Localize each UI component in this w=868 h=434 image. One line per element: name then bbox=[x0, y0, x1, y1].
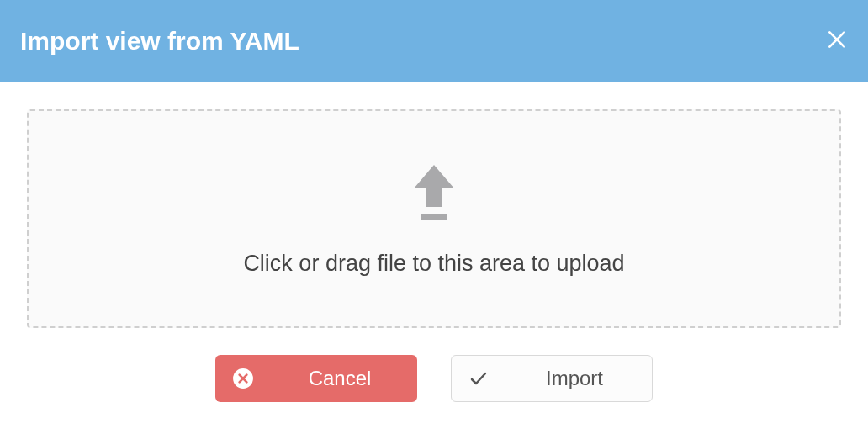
close-icon bbox=[826, 29, 848, 54]
modal-title: Import view from YAML bbox=[20, 27, 299, 56]
modal-header: Import view from YAML bbox=[0, 0, 868, 82]
import-button[interactable]: Import bbox=[451, 355, 653, 402]
cancel-icon bbox=[232, 368, 254, 389]
modal-footer: Cancel Import bbox=[215, 355, 653, 402]
dropzone-text: Click or drag file to this area to uploa… bbox=[243, 251, 624, 277]
close-button[interactable] bbox=[826, 29, 848, 54]
import-button-label: Import bbox=[514, 367, 635, 390]
cancel-button[interactable]: Cancel bbox=[215, 355, 417, 402]
check-icon bbox=[468, 368, 489, 389]
modal-body: Click or drag file to this area to uploa… bbox=[0, 82, 868, 434]
upload-icon bbox=[405, 161, 463, 227]
cancel-button-label: Cancel bbox=[279, 367, 400, 390]
import-yaml-modal: Import view from YAML Click or drag file… bbox=[0, 0, 868, 434]
file-dropzone[interactable]: Click or drag file to this area to uploa… bbox=[27, 109, 841, 328]
svg-rect-2 bbox=[421, 214, 447, 220]
